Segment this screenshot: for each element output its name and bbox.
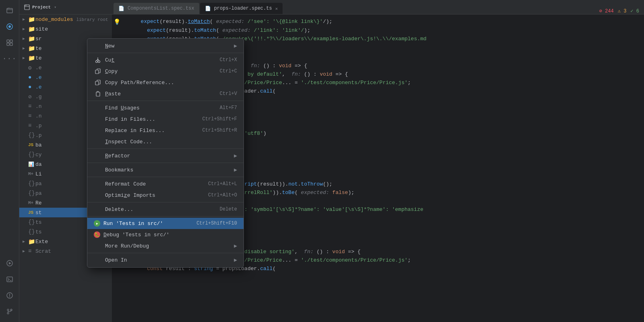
copy-icon	[94, 67, 102, 75]
menu-item-more-run-label: More Run/Debug	[105, 243, 231, 249]
context-menu: New ▶ Cut Ctrl+X Copy Ctrl+C	[87, 38, 244, 268]
menu-separator-8	[87, 253, 244, 253]
open-in-submenu-arrow: ▶	[234, 257, 237, 263]
ok-badge: ✓ 6	[630, 8, 639, 14]
menu-item-open-in[interactable]: Open In ▶	[87, 254, 244, 266]
sidebar-vcs-icon[interactable]	[2, 19, 17, 34]
svg-point-2	[8, 25, 11, 28]
inspect-code-icon	[94, 138, 102, 146]
tab-components-spec-label: ComponentsList.spec.tsx	[128, 6, 194, 11]
menu-item-bookmarks[interactable]: Bookmarks ▶	[87, 164, 244, 175]
menu-item-find-usages-shortcut: Alt+F7	[220, 105, 237, 111]
menu-separator-5	[87, 177, 244, 177]
editor-tabs: 📄 ComponentsList.spec.tsx 📄 props-loader…	[112, 0, 644, 14]
svg-rect-3	[7, 40, 9, 42]
svg-point-11	[7, 309, 9, 311]
code-line-2: expect(result).toMatch( expected: /'link…	[112, 27, 644, 35]
reformat-icon	[94, 180, 102, 188]
sidebar-more-icon[interactable]: ···	[2, 52, 17, 66]
tab-props-loader-spec-close[interactable]: ✕	[275, 6, 278, 11]
menu-separator-3	[87, 149, 244, 149]
tab-components-spec-icon: 📄	[118, 6, 124, 12]
menu-item-paste-shortcut: Ctrl+V	[220, 91, 237, 97]
svg-marker-8	[9, 262, 11, 264]
copy-path-icon	[94, 78, 102, 87]
menu-separator-4	[87, 163, 244, 163]
sidebar-plugins-icon[interactable]	[2, 35, 17, 50]
menu-item-copy-label: Copy	[105, 68, 210, 74]
menu-item-paste[interactable]: Paste Ctrl+V	[87, 88, 244, 99]
menu-item-copy[interactable]: Copy Ctrl+C	[87, 66, 244, 77]
menu-separator-2	[87, 101, 244, 101]
cut-icon	[94, 56, 102, 64]
paste-icon	[94, 90, 102, 98]
menu-item-reformat-label: Reformat Code	[105, 181, 198, 187]
menu-item-copy-path[interactable]: Copy Path/Reference...	[87, 77, 244, 88]
tree-item-site[interactable]: ▶ 📁 site	[19, 24, 112, 34]
replace-in-files-icon	[94, 126, 102, 134]
file-tree-panel: Project ▾ ▶ 📁 node_modules library root …	[19, 0, 112, 322]
tree-item-node-modules[interactable]: ▶ 📁 node_modules library root	[19, 14, 112, 24]
menu-separator-1	[87, 53, 244, 53]
menu-item-new-label: New	[105, 43, 231, 49]
tab-props-loader-spec[interactable]: 📄 props-loader.spec.ts ✕	[200, 3, 283, 14]
svg-rect-4	[10, 40, 12, 42]
menu-item-open-in-label: Open In	[105, 257, 231, 263]
svg-rect-6	[10, 43, 12, 45]
sidebar-git-icon[interactable]	[2, 304, 17, 319]
bulb-indicator: 💡	[114, 18, 120, 27]
tab-props-loader-spec-label: props-loader.spec.ts	[214, 6, 272, 11]
sidebar-project-icon[interactable]	[2, 3, 17, 18]
menu-item-inspect-code[interactable]: Inspect Code...	[87, 136, 244, 147]
menu-item-reformat[interactable]: Reformat Code Ctrl+Alt+L	[87, 178, 244, 190]
menu-item-new[interactable]: New ▶	[87, 40, 244, 52]
new-submenu-arrow: ▶	[234, 43, 237, 49]
menu-item-cut-shortcut: Ctrl+X	[220, 57, 237, 63]
menu-item-replace-in-files-shortcut: Ctrl+Shift+R	[202, 128, 237, 133]
menu-item-delete-shortcut: Delete	[220, 206, 237, 212]
svg-rect-20	[95, 81, 99, 85]
menu-item-more-run[interactable]: More Run/Debug ▶	[87, 240, 244, 252]
tab-props-loader-spec-icon: 📄	[205, 6, 211, 12]
menu-item-cut-label: Cut	[105, 57, 210, 63]
sidebar-problems-icon[interactable]	[2, 288, 17, 303]
optimize-imports-icon	[94, 191, 102, 199]
menu-item-refactor[interactable]: Refactor ▶	[87, 150, 244, 161]
menu-item-cut[interactable]: Cut Ctrl+X	[87, 54, 244, 66]
find-usages-icon	[94, 104, 102, 112]
sidebar-run-icon[interactable]	[2, 256, 17, 270]
menu-item-reformat-shortcut: Ctrl+Alt+L	[208, 181, 237, 187]
menu-item-find-in-files-label: Find in Files...	[105, 116, 193, 122]
menu-item-debug-label: Debug 'Tests in src/'	[103, 232, 237, 238]
menu-item-optimize-imports-label: Optimize Imports	[105, 192, 198, 198]
svg-rect-5	[7, 43, 9, 45]
tab-status: ⊘ 244 ⚠ 3 ✓ 6	[283, 8, 642, 14]
debug-icon	[94, 231, 100, 238]
menu-item-debug[interactable]: Debug 'Tests in src/'	[87, 229, 244, 240]
menu-item-find-usages[interactable]: Find Usages Alt+F7	[87, 102, 244, 114]
find-in-files-icon	[94, 115, 102, 123]
menu-item-find-in-files[interactable]: Find in Files... Ctrl+Shift+F	[87, 114, 244, 125]
run-icon	[94, 220, 100, 227]
menu-separator-6	[87, 202, 244, 202]
refactor-submenu-arrow: ▶	[234, 153, 237, 159]
menu-separator-7	[87, 216, 244, 217]
svg-point-15	[96, 61, 98, 63]
menu-item-find-in-files-shortcut: Ctrl+Shift+F	[202, 116, 237, 122]
warning-badge: ⚠ 3	[618, 8, 627, 14]
bookmarks-submenu-arrow: ▶	[234, 167, 237, 173]
sidebar-terminal-icon[interactable]	[2, 272, 17, 287]
tab-components-spec[interactable]: 📄 ComponentsList.spec.tsx	[114, 3, 199, 14]
menu-item-inspect-code-label: Inspect Code...	[105, 139, 237, 145]
file-tree-title: Project	[32, 5, 51, 10]
menu-item-optimize-imports[interactable]: Optimize Imports Ctrl+Alt+O	[87, 190, 244, 201]
svg-rect-18	[95, 70, 99, 74]
menu-item-delete[interactable]: Delete... Delete	[87, 204, 244, 215]
menu-item-replace-in-files[interactable]: Replace in Files... Ctrl+Shift+R	[87, 125, 244, 136]
svg-rect-21	[96, 92, 100, 96]
new-icon	[94, 42, 102, 50]
menu-item-run[interactable]: Run 'Tests in src/' Ctrl+Shift+F10	[87, 218, 244, 229]
menu-item-replace-in-files-label: Replace in Files...	[105, 128, 193, 134]
code-line-1: 💡 expect(result).toMatch( expected: /'se…	[112, 18, 644, 27]
menu-item-bookmarks-label: Bookmarks	[105, 167, 231, 173]
